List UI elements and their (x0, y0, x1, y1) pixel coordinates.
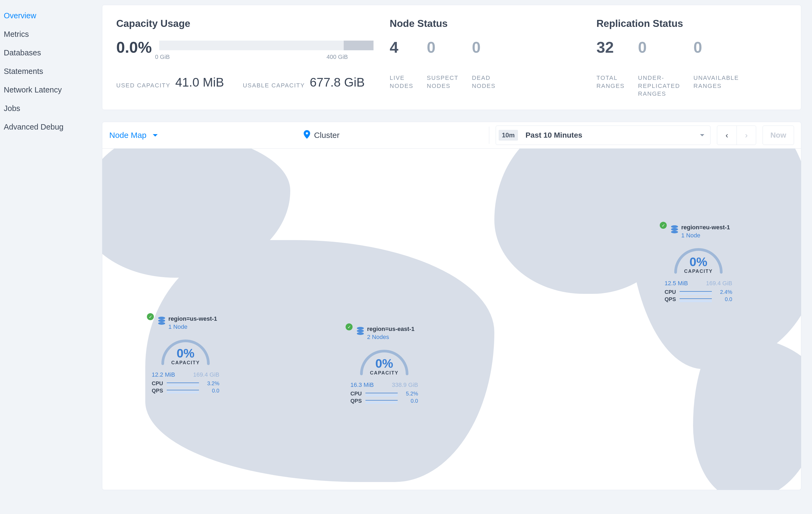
unavailable-ranges-stat: 0 UNAVAILABLERANGES (694, 39, 739, 98)
sidebar-item-databases[interactable]: Databases (4, 44, 102, 62)
svg-point-0 (158, 317, 165, 319)
dead-nodes-label: DEADNODES (472, 74, 495, 90)
node-map[interactable]: ✓ region=us-west-1 1 Node 0% CAPACITY 12… (102, 148, 801, 490)
under-replicated-stat: 0 UNDER-REPLICATEDRANGES (638, 39, 680, 98)
status-ok-icon: ✓ (147, 313, 154, 320)
dead-nodes-value: 0 (472, 39, 495, 55)
sparkline (679, 297, 712, 302)
region-eu-west-1[interactable]: ✓ region=eu-west-1 1 Node 0% CAPACITY 12… (661, 224, 736, 303)
metric-label: CPU (665, 289, 676, 295)
region-us-west-1[interactable]: ✓ region=us-west-1 1 Node 0% CAPACITY 12… (148, 315, 223, 395)
metric-value: 3.2% (202, 380, 220, 386)
sidebar-item-statements[interactable]: Statements (4, 62, 102, 81)
view-selector[interactable]: Node Map (109, 131, 157, 140)
region-used: 12.5 MiB (665, 280, 688, 287)
svg-point-1 (158, 319, 165, 322)
capacity-gauge: 0% CAPACITY (356, 344, 412, 377)
svg-point-3 (357, 327, 364, 330)
region-used: 16.3 MiB (350, 381, 374, 388)
view-selector-label: Node Map (109, 131, 146, 140)
caret-down-icon (153, 134, 157, 137)
svg-point-8 (671, 231, 678, 233)
capacity-gauge: 0% CAPACITY (157, 334, 214, 367)
region-total: 169.4 GiB (706, 280, 732, 287)
svg-point-5 (357, 332, 364, 335)
gauge-percent: 0% (670, 254, 727, 269)
time-chip: 10m (499, 130, 518, 141)
usable-capacity-value: 677.8 GiB (310, 75, 365, 89)
metric-label: QPS (665, 296, 676, 302)
gauge-label: CAPACITY (356, 370, 412, 376)
pin-icon (304, 130, 310, 141)
region-node-count: 1 Node (168, 323, 217, 330)
sparkline (679, 290, 712, 295)
total-ranges-stat: 32 TOTALRANGES (597, 39, 625, 98)
capacity-usage-title: Capacity Usage (116, 18, 374, 29)
dead-nodes-stat: 0 DEADNODES (472, 39, 495, 90)
map-control-bar: Node Map Cluster 10m Past 10 Minutes ‹ ›… (102, 122, 801, 148)
used-capacity-stat: USED CAPACITY 41.0 MiB (116, 75, 224, 89)
gauge-label: CAPACITY (670, 269, 727, 274)
sidebar-item-advanced-debug[interactable]: Advanced Debug (4, 118, 102, 136)
metric-value: 0.0 (715, 296, 732, 302)
region-node-count: 2 Nodes (367, 334, 414, 341)
suspect-nodes-label: SUSPECTNODES (427, 74, 459, 90)
status-ok-icon: ✓ (346, 323, 353, 330)
sparkline (366, 391, 398, 397)
breadcrumb[interactable]: Cluster (304, 130, 340, 141)
time-arrow-group: ‹ › (717, 126, 756, 145)
region-us-east-1[interactable]: ✓ region=us-east-1 2 Nodes 0% CAPACITY 1… (347, 326, 422, 405)
replication-status-section: Replication Status 32 TOTALRANGES 0 UNDE… (597, 18, 787, 98)
capacity-percent: 0.0% (116, 39, 152, 55)
sidebar-item-jobs[interactable]: Jobs (4, 99, 102, 118)
time-window-selector[interactable]: 10m Past 10 Minutes (496, 126, 710, 145)
gauge-percent: 0% (356, 356, 412, 371)
sidebar-item-metrics[interactable]: Metrics (4, 25, 102, 44)
replication-status-title: Replication Status (597, 18, 787, 29)
metric-row-cpu: CPU 3.2% (152, 380, 220, 386)
sparkline (366, 398, 398, 404)
metric-value: 5.2% (401, 390, 418, 397)
metric-row-qps: QPS 0.0 (350, 398, 418, 404)
capacity-tick-400: 400 GiB (326, 54, 348, 60)
unavailable-ranges-label: UNAVAILABLERANGES (694, 74, 739, 90)
under-replicated-value: 0 (638, 39, 680, 55)
metric-value: 0.0 (202, 388, 220, 394)
capacity-bar (159, 40, 374, 50)
time-next-button[interactable]: › (736, 126, 756, 145)
node-status-section: Node Status 4 LIVENODES 0 SUSPECTNODES 0… (389, 18, 580, 98)
capacity-gauge: 0% CAPACITY (670, 243, 727, 275)
summary-card: Capacity Usage 0.0% 0 GiB 400 GiB (102, 5, 801, 110)
node-status-title: Node Status (389, 18, 580, 29)
metric-row-cpu: CPU 2.4% (665, 289, 732, 295)
capacity-bar-fill (344, 40, 374, 50)
svg-point-6 (671, 225, 678, 228)
region-total: 169.4 GiB (193, 371, 220, 378)
metric-label: CPU (152, 380, 164, 386)
metric-row-cpu: CPU 5.2% (350, 390, 418, 397)
gauge-label: CAPACITY (157, 360, 214, 366)
region-used: 12.2 MiB (152, 371, 175, 378)
total-ranges-value: 32 (597, 39, 625, 55)
database-icon (356, 327, 365, 337)
usable-capacity-label: USABLE CAPACITY (243, 82, 305, 89)
divider (489, 127, 489, 144)
svg-point-2 (158, 322, 165, 325)
breadcrumb-label: Cluster (314, 131, 340, 140)
region-title: region=us-west-1 (168, 315, 217, 322)
total-ranges-label: TOTALRANGES (597, 74, 625, 90)
time-label: Past 10 Minutes (525, 131, 582, 139)
metric-value: 0.0 (401, 398, 418, 404)
sidebar-item-overview[interactable]: Overview (4, 6, 102, 25)
metric-value: 2.4% (715, 289, 732, 295)
metric-label: QPS (350, 398, 362, 404)
suspect-nodes-value: 0 (427, 39, 459, 55)
svg-point-4 (357, 330, 364, 332)
region-title: region=us-east-1 (367, 326, 414, 332)
time-now-button[interactable]: Now (762, 126, 794, 145)
capacity-tick-0: 0 GiB (155, 54, 170, 60)
time-prev-button[interactable]: ‹ (717, 126, 736, 145)
used-capacity-label: USED CAPACITY (116, 82, 171, 89)
chevron-down-icon (700, 134, 704, 136)
sidebar-item-network-latency[interactable]: Network Latency (4, 81, 102, 99)
